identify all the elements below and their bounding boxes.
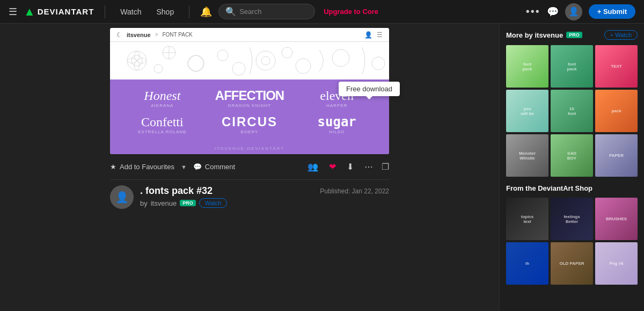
add-fav-label: Add to Favourites (120, 163, 174, 171)
menu-icon[interactable]: ☰ (377, 31, 383, 39)
font-item-honest: Honest AIERANA (121, 89, 204, 108)
by-label: by (140, 199, 148, 207)
sidebar-pro-badge: PRO (566, 32, 582, 38)
font-item-confetti: Confetti ESTRELLA ROLANE (121, 115, 204, 134)
logo[interactable]: ▲ DEVIANTART (24, 5, 94, 19)
shop-thumb-1[interactable]: topicstext (506, 198, 548, 240)
submit-button[interactable]: + Submit (589, 4, 635, 19)
fav-dropdown-button[interactable]: ▼ (181, 164, 187, 170)
font-author-sugar: HILSO (295, 129, 378, 134)
comment-button[interactable]: 💬 Comment (193, 163, 235, 171)
sidebar: More by itsvenue PRO + Watch fontpack fo… (499, 24, 644, 311)
person-icon[interactable]: 👤 (364, 31, 372, 39)
floral-pattern (110, 42, 389, 79)
artwork-header-bar: ☾ itsvenue > FONT PACK 👤 ☰ (110, 28, 389, 42)
navbar: ☰ ▲ DEVIANTART Watch Shop 🔔 🔍 Upgrade to… (0, 0, 644, 24)
font-author-affection: DRAGON KNIGHT (208, 103, 291, 108)
font-name-affection: AFFECTION (208, 88, 291, 103)
shop-grid: topicstext feelingsBetter BRUSHES ih OLD… (506, 198, 638, 285)
bell-icon[interactable]: 🔔 (200, 6, 212, 18)
font-author-confetti: ESTRELLA ROLANE (121, 129, 204, 134)
nav-divider (105, 5, 105, 18)
comment-icon: 💬 (193, 163, 202, 171)
published-date: Published: Jan 22, 2022 (320, 185, 389, 195)
font-item-circus: CIRCUS BOERY (208, 114, 291, 134)
hamburger-icon[interactable]: ☰ (9, 6, 17, 18)
font-author-circus: BOERY (208, 129, 291, 134)
sidebar-watch-button[interactable]: + Watch (604, 30, 638, 40)
font-name-confetti: Confetti (121, 115, 204, 129)
upgrade-link[interactable]: Upgrade to Core (324, 8, 378, 16)
more-by-grid: fontpack fontpack TEXT youwill be 10font… (506, 45, 638, 177)
shop-section: From the DeviantArt Shop (506, 184, 638, 192)
fullscreen-button[interactable]: ❐ (382, 162, 389, 172)
artwork-header-user: itsvenue (127, 32, 151, 38)
more-icon[interactable]: ••• (526, 5, 540, 18)
shop-thumb-2[interactable]: feelingsBetter (551, 198, 593, 240)
font-author-honest: AIERANA (121, 103, 204, 108)
more-thumb-7[interactable]: MonsterWhistle (506, 134, 548, 177)
font-name-circus: CIRCUS (208, 114, 291, 129)
group-icon-button[interactable]: 👥 (305, 160, 320, 174)
artwork-info: 👤 . fonts pack #32 by itsvenue PRO Watch… (110, 180, 389, 213)
watch-artist-button[interactable]: Watch (199, 198, 228, 208)
font-item-sugar: sugar HILSO (295, 114, 378, 134)
more-by-section: More by itsvenue PRO + Watch (506, 30, 638, 40)
more-thumb-2[interactable]: fontpack (551, 45, 593, 88)
artwork-header-title: FONT PACK (162, 32, 192, 38)
header-action-icons: 👤 ☰ (364, 31, 383, 39)
content-area: ☾ itsvenue > FONT PACK 👤 ☰ (0, 24, 499, 311)
more-thumb-5[interactable]: 10font (551, 90, 593, 132)
arrow-icon: > (155, 32, 158, 38)
search-input[interactable] (239, 8, 304, 16)
font-name-sugar: sugar (295, 114, 378, 129)
more-thumb-3[interactable]: TEXT (595, 45, 638, 88)
shop-thumb-3[interactable]: BRUSHES (595, 198, 638, 240)
search-icon: 🔍 (225, 6, 236, 17)
artist-name-link[interactable]: itsvenue (151, 199, 177, 207)
artwork-container: ☾ itsvenue > FONT PACK 👤 ☰ (110, 28, 389, 154)
font-item-affection: AFFECTION DRAGON KNIGHT (208, 88, 291, 108)
comment-label: Comment (205, 163, 235, 171)
shop-label: From the DeviantArt Shop (506, 184, 592, 192)
more-by-label: More by itsvenue (506, 31, 563, 39)
pack-footer: ITSVENUE.DEVIANTART (110, 143, 389, 154)
moon-icon: ☾ (116, 31, 122, 39)
actions-bar: ★ Add to Favourites ▼ 💬 Comment 👥 ❤ ⬇ ⋯ … (110, 154, 389, 180)
nav-shop-link[interactable]: Shop (152, 5, 179, 18)
avatar[interactable]: 👤 (565, 3, 582, 20)
more-options-button[interactable]: ⋯ (362, 160, 375, 174)
font-name-honest: Honest (121, 89, 204, 103)
more-thumb-8[interactable]: SADBOY (551, 134, 593, 177)
shop-thumb-5[interactable]: OLD PAPER (551, 242, 593, 285)
main-layout: ☾ itsvenue > FONT PACK 👤 ☰ (0, 24, 644, 311)
download-button[interactable]: ⬇ (345, 160, 356, 174)
artist-line: by itsvenue PRO Watch (140, 198, 313, 208)
search-bar[interactable]: 🔍 (218, 4, 315, 19)
logo-icon: ▲ (24, 5, 35, 19)
star-icon: ★ (110, 163, 116, 171)
nav-divider2 (189, 5, 189, 18)
more-thumb-4[interactable]: youwill be (506, 90, 548, 132)
nav-watch-link[interactable]: Watch (116, 5, 145, 18)
pro-badge: PRO (180, 200, 196, 206)
logo-text: DEVIANTART (38, 7, 94, 16)
more-thumb-1[interactable]: fontpack (506, 45, 548, 88)
artwork-details: . fonts pack #32 by itsvenue PRO Watch (140, 185, 313, 208)
more-thumb-6[interactable]: pack (595, 90, 638, 132)
free-download-tooltip[interactable]: Free download (339, 82, 400, 96)
artist-avatar[interactable]: 👤 (110, 185, 134, 209)
shop-thumb-6[interactable]: Png #6 (595, 242, 638, 285)
add-to-favourites-button[interactable]: ★ Add to Favourites (110, 163, 174, 171)
heart-button[interactable]: ❤ (327, 160, 338, 174)
artwork-title: . fonts pack #32 (140, 185, 313, 197)
more-thumb-9[interactable]: PAPER (595, 134, 638, 177)
messages-icon[interactable]: 💬 (547, 6, 559, 18)
font-author-eleven: HARPER (295, 103, 378, 108)
shop-thumb-4[interactable]: ih (506, 242, 548, 285)
